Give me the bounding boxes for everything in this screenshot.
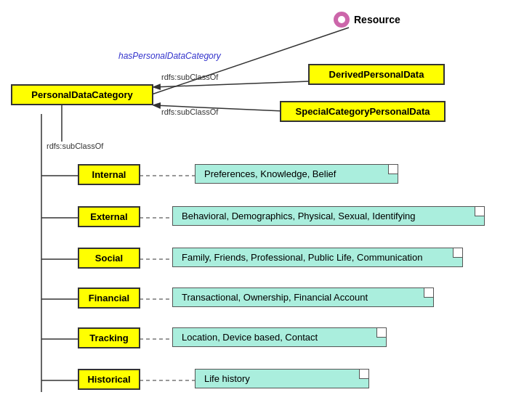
internal-node: Internal <box>78 164 140 185</box>
historical-node: Historical <box>78 369 140 390</box>
resource-icon <box>334 12 350 28</box>
tracking-note-label: Location, Device based, Contact <box>182 332 318 343</box>
subclassof-label-1: rdfs:subClassOf <box>161 73 218 81</box>
social-node: Social <box>78 248 140 269</box>
diagram: Resource hasPersonalDataCategory Persona… <box>0 0 532 416</box>
derived-personal-data-node: DerivedPersonalData <box>308 64 445 85</box>
subclassof-label-3: rdfs:subClassOf <box>47 142 103 150</box>
derived-personal-data-label: DerivedPersonalData <box>329 69 424 80</box>
svg-line-1 <box>154 81 309 87</box>
resource-label: Resource <box>354 14 400 25</box>
external-label: External <box>90 211 127 222</box>
internal-note-label: Preferences, Knowledge, Belief <box>204 168 336 179</box>
historical-note: Life history <box>195 369 369 388</box>
internal-note: Preferences, Knowledge, Belief <box>195 164 398 184</box>
personal-data-category-node: PersonalDataCategory <box>11 84 153 105</box>
subclassof-label-2: rdfs:subClassOf <box>161 107 218 116</box>
historical-note-label: Life history <box>204 373 250 384</box>
financial-node: Financial <box>78 287 140 309</box>
financial-label: Financial <box>89 293 129 303</box>
resource-node: Resource <box>334 12 400 28</box>
historical-label: Historical <box>87 374 130 385</box>
tracking-note: Location, Device based, Contact <box>172 327 387 347</box>
special-category-node: SpecialCategoryPersonalData <box>280 101 446 122</box>
social-label: Social <box>95 253 123 264</box>
tracking-label: Tracking <box>89 333 128 343</box>
external-node: External <box>78 206 140 227</box>
has-personal-data-category-label: hasPersonalDataCategory <box>118 51 221 61</box>
social-note: Family, Friends, Professional, Public Li… <box>172 248 463 267</box>
external-note: Behavioral, Demographics, Physical, Sexu… <box>172 206 485 226</box>
internal-label: Internal <box>92 169 126 180</box>
svg-line-0 <box>145 28 349 97</box>
external-note-label: Behavioral, Demographics, Physical, Sexu… <box>182 211 416 221</box>
special-category-label: SpecialCategoryPersonalData <box>296 106 430 117</box>
financial-note: Transactional, Ownership, Financial Acco… <box>172 287 434 307</box>
financial-note-label: Transactional, Ownership, Financial Acco… <box>182 292 368 303</box>
tracking-node: Tracking <box>78 327 140 348</box>
personal-data-category-label: PersonalDataCategory <box>31 89 132 100</box>
social-note-label: Family, Friends, Professional, Public Li… <box>182 252 422 263</box>
